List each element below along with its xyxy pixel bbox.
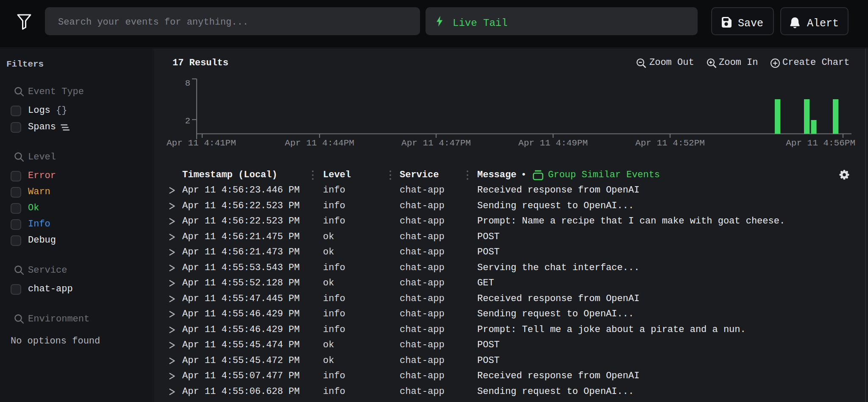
svg-text:Apr 11 4:41PM: Apr 11 4:41PM [167,138,236,148]
svg-text:8: 8 [185,78,190,88]
svg-text:Apr 11 4:56PM: Apr 11 4:56PM [786,138,855,148]
svg-text:2: 2 [185,116,190,126]
svg-text:Apr 11 4:47PM: Apr 11 4:47PM [401,138,471,148]
svg-text:Apr 11 4:49PM: Apr 11 4:49PM [518,138,588,148]
svg-text:Apr 11 4:52PM: Apr 11 4:52PM [635,138,705,148]
svg-text:Apr 11 4:44PM: Apr 11 4:44PM [285,138,354,148]
